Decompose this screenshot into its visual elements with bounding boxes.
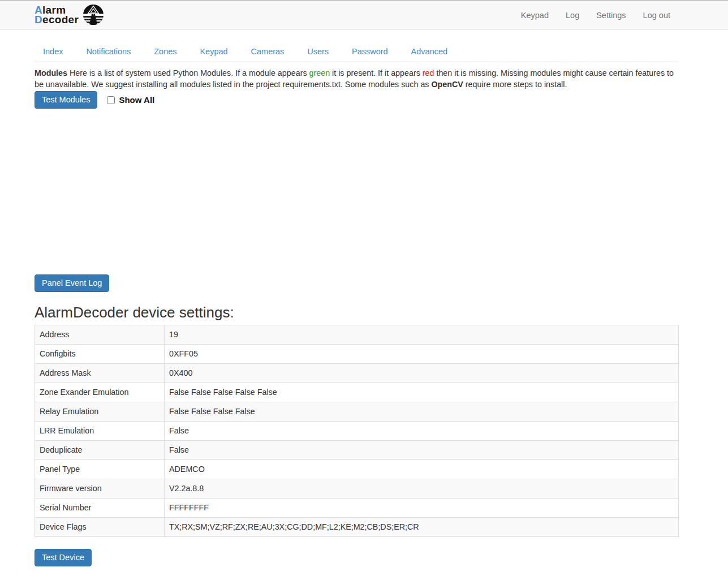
table-row-panel-type: Panel Type ADEMCO (35, 460, 679, 479)
opencv-word: OpenCV (431, 80, 463, 89)
row-value: FFFFFFFF (165, 499, 679, 518)
tab-cameras[interactable]: Cameras (243, 41, 293, 62)
navbar-link-keypad[interactable]: Keypad (512, 1, 557, 29)
navbar-links: Keypad Log Settings Log out (512, 1, 679, 29)
brand-link[interactable]: Alarm Decoder (35, 4, 104, 25)
table-row-address: Address 19 (35, 325, 679, 345)
panel-event-log-button[interactable]: Panel Event Log (35, 274, 109, 292)
show-all-checkbox[interactable] (107, 96, 115, 104)
green-word: green (309, 68, 330, 78)
row-label: Panel Type (35, 460, 165, 479)
navbar-link-settings[interactable]: Settings (588, 1, 634, 29)
device-settings-heading: AlarmDecoder device settings: (35, 304, 679, 321)
row-value: 0XFF05 (165, 345, 679, 364)
table-row-address-mask: Address Mask 0X400 (35, 364, 679, 383)
row-label: Zone Exander Emulation (35, 383, 165, 402)
modules-lead: Modules (35, 68, 67, 78)
table-row-relay-emulation: Relay Emulation False False False False (35, 402, 679, 422)
tab-notifications[interactable]: Notifications (77, 41, 139, 62)
table-row-device-flags: Device Flags TX;RX;SM;VZ;RF;ZX;RE;AU;3X;… (35, 518, 679, 537)
row-value: False (165, 422, 679, 441)
table-row-deduplicate: Deduplicate False (35, 441, 679, 460)
row-value: ADEMCO (165, 460, 679, 479)
row-label: Address (35, 325, 165, 345)
row-value: V2.2a.8.8 (165, 479, 679, 499)
brand-word-decoder: ecoder (42, 14, 79, 25)
tab-advanced[interactable]: Advanced (403, 41, 456, 62)
tab-users[interactable]: Users (299, 41, 337, 62)
settings-tab-bar: Index Notifications Zones Keypad Cameras… (35, 41, 679, 62)
row-label: Address Mask (35, 364, 165, 383)
alarmdecoder-logo-icon (83, 4, 104, 25)
row-label: Deduplicate (35, 441, 165, 460)
table-row-lrr-emulation: LRR Emulation False (35, 422, 679, 441)
row-label: LRR Emulation (35, 422, 165, 441)
show-all-label[interactable]: Show All (119, 95, 154, 105)
modules-result-area (35, 109, 679, 274)
row-value: TX;RX;SM;VZ;RF;ZX;RE;AU;3X;CG;DD;MF;L2;K… (165, 518, 679, 537)
red-word: red (423, 68, 434, 78)
brand-text: Alarm Decoder (35, 5, 79, 24)
row-label: Device Flags (35, 518, 165, 537)
modules-actions-row: Test Modules Show All (35, 91, 679, 109)
row-label: Relay Emulation (35, 402, 165, 422)
test-device-row: Test Device (35, 549, 679, 566)
tab-keypad[interactable]: Keypad (191, 41, 236, 62)
test-modules-button[interactable]: Test Modules (35, 91, 97, 109)
tab-zones[interactable]: Zones (145, 41, 185, 62)
table-row-firmware-version: Firmware version V2.2a.8.8 (35, 479, 679, 499)
device-settings-table: Address 19 Configbits 0XFF05 Address Mas… (35, 325, 679, 537)
row-value: False False False False False (165, 383, 679, 402)
tab-password[interactable]: Password (343, 41, 397, 62)
row-label: Serial Number (35, 499, 165, 518)
row-value: False (165, 441, 679, 460)
navbar-link-logout[interactable]: Log out (635, 1, 679, 29)
row-value: False False False False (165, 402, 679, 422)
table-row-configbits: Configbits 0XFF05 (35, 345, 679, 364)
table-row-serial-number: Serial Number FFFFFFFF (35, 499, 679, 518)
table-row-zone-expander: Zone Exander Emulation False False False… (35, 383, 679, 402)
tab-index[interactable]: Index (35, 41, 71, 62)
navbar-link-log[interactable]: Log (557, 1, 588, 29)
row-value: 0X400 (165, 364, 679, 383)
row-label: Configbits (35, 345, 165, 364)
row-value: 19 (165, 325, 679, 345)
top-navbar: Alarm Decoder Keypad Log Set (0, 1, 728, 30)
row-label: Firmware version (35, 479, 165, 499)
test-device-button[interactable]: Test Device (35, 549, 92, 566)
modules-intro-text: Modules Here is a list of system used Py… (35, 67, 679, 90)
brand-letter-d: D (35, 14, 42, 25)
panel-event-log-row: Panel Event Log (35, 274, 679, 292)
